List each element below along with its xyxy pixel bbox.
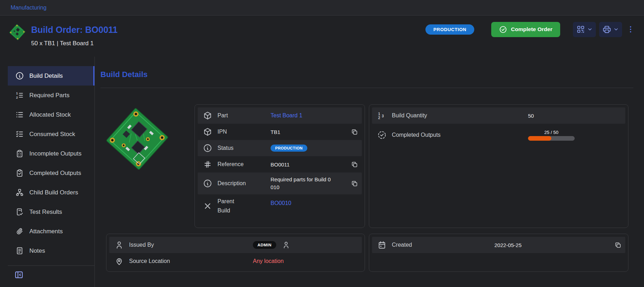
progress-track — [528, 136, 575, 141]
detail-row-part: Part Test Board 1 — [198, 107, 362, 124]
progress-label: 25 / 50 — [544, 130, 558, 135]
reference-value: BO0011 — [271, 162, 290, 168]
sidebar-divider — [8, 265, 94, 266]
numbers-123-icon: 123 — [377, 111, 387, 120]
row-label: Description — [217, 180, 271, 187]
printer-icon — [602, 25, 611, 34]
sidebar-item-label: Build Details — [29, 72, 63, 80]
paperclip-icon — [15, 227, 24, 236]
svg-text:1: 1 — [378, 112, 380, 116]
parent-build-link[interactable]: BO0010 — [271, 200, 291, 206]
user-icon — [115, 240, 124, 250]
sidebar-item-label: Test Results — [29, 209, 62, 216]
complete-order-label: Complete Order — [511, 26, 552, 33]
notes-icon — [15, 246, 24, 255]
build-quantity-value: 50 — [528, 113, 534, 119]
progress-check-icon — [377, 130, 387, 140]
list-check-icon — [15, 130, 24, 139]
detail-row-status: Status PRODUCTION — [198, 140, 362, 156]
ipn-value: TB1 — [271, 129, 280, 135]
collapse-sidebar-button[interactable] — [14, 270, 24, 280]
progress-fill — [528, 136, 551, 141]
part-thumbnail[interactable] — [8, 23, 27, 42]
created-card: Created 2022-05-25 — [369, 234, 628, 272]
copy-button[interactable] — [613, 240, 623, 250]
sidebar-item-label: Attachments — [29, 228, 63, 235]
issued-by-badge: ADMIN — [253, 241, 276, 249]
barcode-actions-button[interactable] — [573, 22, 596, 37]
hash-icon — [203, 160, 212, 169]
header-actions: PRODUCTION Complete Order — [425, 20, 635, 38]
detail-row-created: Created 2022-05-25 — [372, 237, 625, 253]
title-block: Build Order: BO0011 50 x TB1 | Test Boar… — [31, 25, 118, 47]
issued-by-card: Issued By ADMIN Source Location Any loca… — [106, 234, 365, 272]
breadcrumb: Manufacturing — [0, 0, 644, 16]
sidebar-item-label: Completed Outputs — [29, 170, 81, 177]
sidebar-item-notes[interactable]: Notes — [8, 241, 94, 260]
chevron-down-icon — [613, 27, 619, 32]
row-label: Parent Build — [217, 197, 271, 215]
sidebar-item-label: Allocated Stock — [29, 111, 71, 118]
copy-button[interactable] — [349, 159, 360, 170]
row-label: Created — [392, 242, 494, 248]
sidebar-item-label: Required Parts — [29, 92, 69, 99]
page-title: Build Order: BO0011 — [31, 25, 118, 35]
detail-row-source-location: Source Location Any location — [109, 253, 362, 269]
build-quantity-card: 123 Build Quantity 50 Completed Outputs … — [369, 104, 628, 228]
chevron-down-icon — [587, 27, 593, 32]
main-content: Build Details — [95, 57, 644, 287]
complete-order-button[interactable]: Complete Order — [491, 22, 560, 37]
app-root: Manufacturing Build Order: BO0011 50 x T… — [0, 0, 644, 287]
sidebar-item-label: Child Build Orders — [29, 189, 78, 196]
sidebar-item-allocated-stock[interactable]: Allocated Stock — [8, 105, 94, 124]
detail-row-issued-by: Issued By ADMIN — [109, 237, 362, 253]
sidebar-item-label: Consumed Stock — [29, 131, 75, 138]
copy-icon — [614, 241, 622, 249]
sidebar-item-label: Notes — [29, 247, 45, 254]
list-numbers-icon: 12 — [15, 91, 24, 100]
page-subtitle: 50 x TB1 | Test Board 1 — [31, 40, 118, 47]
detail-row-ipn: IPN TB1 — [198, 124, 362, 140]
print-actions-button[interactable] — [599, 22, 622, 37]
copy-icon — [351, 128, 358, 136]
detail-row-reference: Reference BO0011 — [198, 156, 362, 172]
completed-outputs-progress: 25 / 50 — [528, 130, 575, 141]
sidebar-item-incomplete-outputs[interactable]: Incomplete Outputs — [8, 144, 94, 163]
sidebar-item-child-build-orders[interactable]: Child Build Orders — [8, 183, 94, 202]
sidebar-item-required-parts[interactable]: 12 Required Parts — [8, 86, 94, 105]
more-actions-button[interactable] — [626, 25, 635, 34]
detail-row-completed-outputs: Completed Outputs 25 / 50 — [372, 124, 625, 146]
calendar-icon — [377, 240, 387, 250]
part-image — [103, 104, 172, 174]
collapse-sidebar-icon — [14, 270, 24, 280]
tools-icon — [203, 201, 212, 211]
section-title: Build Details — [100, 70, 633, 79]
info-circle-icon — [15, 71, 24, 80]
box-icon — [203, 127, 212, 136]
details-grid: Part Test Board 1 IPN TB1 — [100, 104, 633, 228]
breadcrumb-manufacturing[interactable]: Manufacturing — [11, 5, 46, 11]
box-icon — [203, 111, 212, 120]
sidebar: Build Details 12 Required Parts Allocate… — [0, 57, 95, 287]
page-header: Build Order: BO0011 50 x TB1 | Test Boar… — [0, 16, 644, 57]
row-label: Reference — [217, 161, 271, 168]
copy-icon — [351, 180, 358, 187]
part-link[interactable]: Test Board 1 — [271, 112, 302, 119]
detail-row-build-quantity: 123 Build Quantity 50 — [372, 107, 625, 124]
clipboard-list-icon — [15, 149, 24, 158]
copy-button[interactable] — [349, 178, 360, 189]
sidebar-item-completed-outputs[interactable]: Completed Outputs — [8, 163, 94, 183]
circle-check-icon — [499, 25, 507, 34]
row-label: Part — [217, 112, 271, 119]
sidebar-item-test-results[interactable]: Test Results — [8, 202, 94, 222]
copy-button[interactable] — [349, 127, 360, 137]
sidebar-item-consumed-stock[interactable]: Consumed Stock — [8, 124, 94, 144]
sidebar-item-attachments[interactable]: Attachments — [8, 222, 94, 241]
build-details-card: Part Test Board 1 IPN TB1 — [195, 104, 365, 228]
sidebar-item-build-details[interactable]: Build Details — [8, 66, 94, 86]
clipboard-check-icon — [15, 169, 24, 177]
issue-grid: Issued By ADMIN Source Location Any loca… — [100, 234, 633, 272]
status-badge: PRODUCTION — [271, 145, 307, 152]
sitemap-icon — [15, 188, 24, 197]
detail-row-parent-build: Parent Build BO0010 — [198, 194, 362, 218]
